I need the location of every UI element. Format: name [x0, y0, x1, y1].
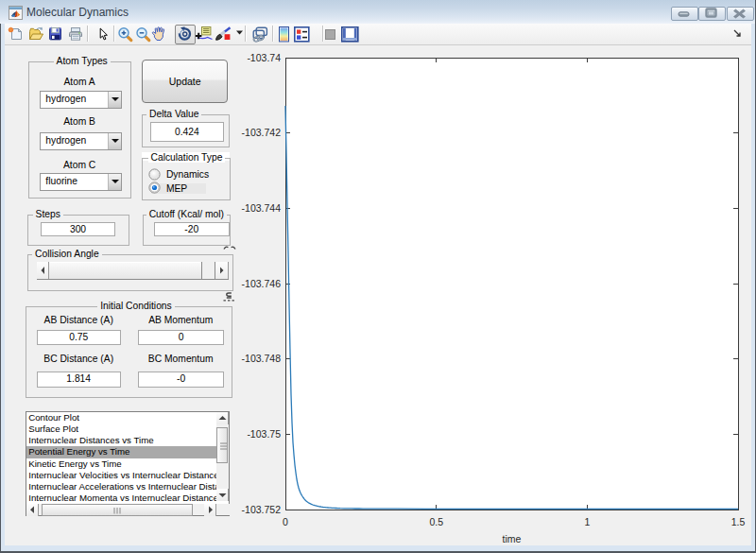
svg-text:1: 1	[584, 516, 590, 527]
svg-text:-103.752: -103.752	[242, 504, 282, 515]
svg-text:-103.744: -103.744	[242, 202, 282, 214]
svg-text:0: 0	[283, 516, 288, 527]
svg-text:-103.74: -103.74	[247, 52, 281, 63]
svg-text:-103.75: -103.75	[247, 428, 281, 440]
svg-text:0.5: 0.5	[429, 516, 443, 527]
svg-text:-103.748: -103.748	[242, 353, 282, 364]
svg-text:1.5: 1.5	[731, 516, 746, 527]
svg-text:time: time	[503, 533, 522, 544]
svg-text:-103.742: -103.742	[242, 127, 282, 138]
svg-text:-103.746: -103.746	[242, 278, 282, 289]
